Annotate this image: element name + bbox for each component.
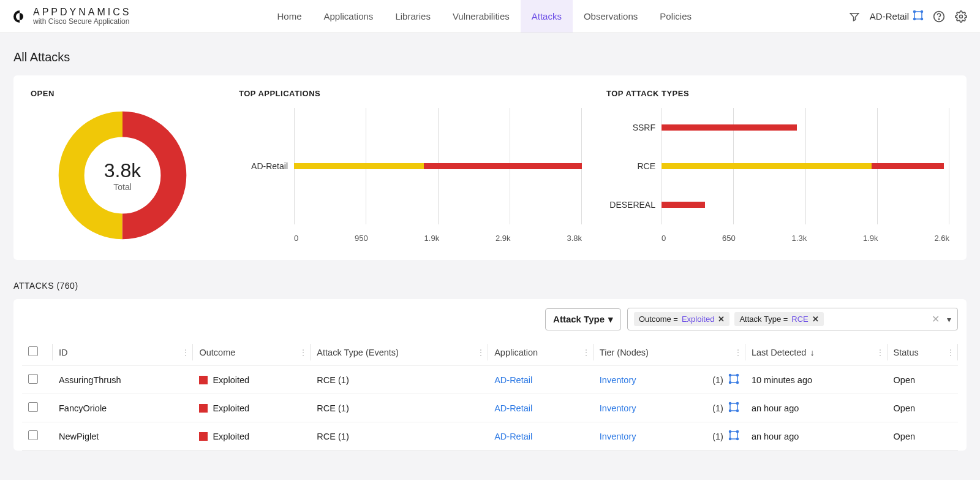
filter-chip[interactable]: Attack Type = RCE ✕ bbox=[734, 312, 823, 326]
outcome-color-icon bbox=[199, 432, 208, 441]
cell-application: AD-Retail bbox=[488, 394, 594, 422]
cell-tier: Inventory(1) bbox=[594, 366, 745, 394]
svg-point-8 bbox=[960, 15, 963, 18]
scope-selector[interactable]: AD-Retail bbox=[870, 10, 924, 23]
application-link[interactable]: AD-Retail bbox=[494, 375, 532, 385]
chart-bar-rce: RCE bbox=[606, 156, 949, 176]
column-drag-icon[interactable]: ⋮ bbox=[477, 348, 484, 357]
svg-point-25 bbox=[736, 438, 738, 440]
column-drag-icon[interactable]: ⋮ bbox=[182, 348, 189, 357]
col-application[interactable]: Application⋮ bbox=[488, 339, 594, 366]
attacks-table-card: Attack Type ▾ Outcome = Exploited ✕Attac… bbox=[13, 299, 967, 451]
filter-column-select[interactable]: Attack Type ▾ bbox=[545, 308, 621, 330]
tier-link[interactable]: Inventory bbox=[600, 375, 636, 385]
nav-item-applications[interactable]: Applications bbox=[312, 0, 384, 32]
application-link[interactable]: AD-Retail bbox=[494, 432, 532, 441]
col-status[interactable]: Status⋮ bbox=[888, 339, 958, 366]
table-row[interactable]: AssuringThrushExploitedRCE (1)AD-RetailI… bbox=[22, 366, 958, 394]
cell-application: AD-Retail bbox=[488, 422, 594, 451]
brand: APPDYNAMICS with Cisco Secure Applicatio… bbox=[12, 7, 131, 26]
chart-tick: 1.9k bbox=[424, 234, 440, 243]
cell-status: Open bbox=[888, 366, 958, 394]
cell-outcome: Exploited bbox=[193, 394, 311, 422]
tier-map-icon[interactable] bbox=[728, 402, 739, 414]
select-all-checkbox[interactable] bbox=[28, 346, 38, 356]
nav-item-observations[interactable]: Observations bbox=[573, 0, 649, 32]
tier-map-icon[interactable] bbox=[728, 373, 739, 386]
chip-remove-icon[interactable]: ✕ bbox=[812, 314, 819, 324]
tier-link[interactable]: Inventory bbox=[600, 432, 636, 441]
tier-link[interactable]: Inventory bbox=[600, 403, 636, 413]
nav-item-policies[interactable]: Policies bbox=[649, 0, 703, 32]
attacks-table: ID⋮Outcome⋮Attack Type (Events)⋮Applicat… bbox=[22, 339, 958, 451]
chart-tick: 650 bbox=[722, 234, 736, 243]
attacks-section-title: ATTACKS (760) bbox=[13, 281, 967, 291]
summary-card: OPEN 3.8k Total TOP APPLICATIONS AD-Reta… bbox=[13, 75, 967, 260]
header-right: AD-Retail bbox=[848, 10, 968, 23]
svg-rect-1 bbox=[914, 12, 922, 19]
svg-point-3 bbox=[921, 11, 923, 13]
chart-bar-label: DESEREAL bbox=[606, 200, 662, 210]
svg-point-18 bbox=[736, 403, 738, 405]
filter-chip[interactable]: Outcome = Exploited ✕ bbox=[634, 312, 729, 326]
cell-id: NewPiglet bbox=[53, 422, 193, 451]
row-checkbox[interactable] bbox=[28, 430, 38, 440]
application-link[interactable]: AD-Retail bbox=[494, 403, 532, 413]
filter-icon[interactable] bbox=[848, 10, 861, 23]
help-icon[interactable] bbox=[932, 10, 946, 23]
chart-bar-ssrf: SSRF bbox=[606, 118, 949, 137]
svg-point-2 bbox=[914, 11, 916, 13]
column-drag-icon[interactable]: ⋮ bbox=[876, 348, 884, 357]
svg-point-4 bbox=[914, 18, 916, 20]
clear-filters-icon[interactable]: ✕ bbox=[929, 313, 942, 325]
chart-tick: 0 bbox=[294, 234, 298, 243]
col-id[interactable]: ID⋮ bbox=[53, 339, 193, 366]
filter-box-caret-icon[interactable]: ▾ bbox=[947, 314, 951, 324]
chart-bar-ad-retail: AD-Retail bbox=[239, 156, 582, 176]
nav-item-attacks[interactable]: Attacks bbox=[521, 0, 573, 32]
caret-down-icon: ▾ bbox=[608, 314, 613, 325]
chart-tick: 1.9k bbox=[863, 234, 878, 243]
cell-outcome: Exploited bbox=[193, 422, 311, 451]
cell-last-detected: an hour ago bbox=[745, 394, 888, 422]
table-row[interactable]: FancyOrioleExploitedRCE (1)AD-RetailInve… bbox=[22, 394, 958, 422]
column-drag-icon[interactable]: ⋮ bbox=[947, 348, 954, 357]
top-attack-types-chart: SSRFRCEDESEREAL06501.3k1.9k2.6k bbox=[606, 108, 949, 243]
row-checkbox[interactable] bbox=[28, 402, 38, 412]
open-panel-title: OPEN bbox=[31, 89, 214, 98]
settings-icon[interactable] bbox=[954, 10, 968, 23]
svg-point-19 bbox=[729, 410, 731, 412]
top-applications-panel: TOP APPLICATIONS AD-Retail09501.9k2.9k3.… bbox=[239, 89, 582, 243]
cell-attack-type: RCE (1) bbox=[311, 366, 488, 394]
outcome-color-icon bbox=[199, 404, 208, 413]
col-last-detected[interactable]: Last Detected↓⋮ bbox=[745, 339, 888, 366]
column-drag-icon[interactable]: ⋮ bbox=[582, 348, 590, 357]
column-drag-icon[interactable]: ⋮ bbox=[300, 348, 307, 357]
chart-bar-label: RCE bbox=[606, 161, 662, 171]
chip-remove-icon[interactable]: ✕ bbox=[718, 314, 725, 324]
col-checkbox[interactable] bbox=[22, 339, 53, 366]
row-checkbox[interactable] bbox=[28, 374, 38, 384]
chart-tick: 1.3k bbox=[792, 234, 807, 243]
cell-id: AssuringThrush bbox=[53, 366, 193, 394]
nav-item-vulnerabilities[interactable]: Vulnerabilities bbox=[442, 0, 521, 32]
col-outcome[interactable]: Outcome⋮ bbox=[193, 339, 311, 366]
col-attack-type-events-[interactable]: Attack Type (Events)⋮ bbox=[311, 339, 488, 366]
svg-point-13 bbox=[736, 375, 738, 376]
tier-map-icon[interactable] bbox=[728, 430, 739, 443]
sort-arrow-down-icon: ↓ bbox=[810, 348, 814, 357]
tier-count: (1) bbox=[712, 403, 723, 413]
cell-last-detected: 10 minutes ago bbox=[745, 366, 888, 394]
cell-last-detected: an hour ago bbox=[745, 422, 888, 451]
filter-chip-box[interactable]: Outcome = Exploited ✕Attack Type = RCE ✕… bbox=[627, 308, 958, 330]
table-row[interactable]: NewPigletExploitedRCE (1)AD-RetailInvent… bbox=[22, 422, 958, 451]
col-tier-nodes-[interactable]: Tier (Nodes)⋮ bbox=[594, 339, 745, 366]
nav-item-home[interactable]: Home bbox=[266, 0, 312, 32]
nav-item-libraries[interactable]: Libraries bbox=[384, 0, 442, 32]
top-attack-types-panel: TOP ATTACK TYPES SSRFRCEDESEREAL06501.3k… bbox=[606, 89, 949, 243]
brand-subtitle: with Cisco Secure Application bbox=[33, 18, 131, 26]
brand-title: APPDYNAMICS bbox=[33, 7, 131, 18]
column-drag-icon[interactable]: ⋮ bbox=[734, 348, 742, 357]
tier-count: (1) bbox=[712, 375, 723, 385]
cell-application: AD-Retail bbox=[488, 366, 594, 394]
